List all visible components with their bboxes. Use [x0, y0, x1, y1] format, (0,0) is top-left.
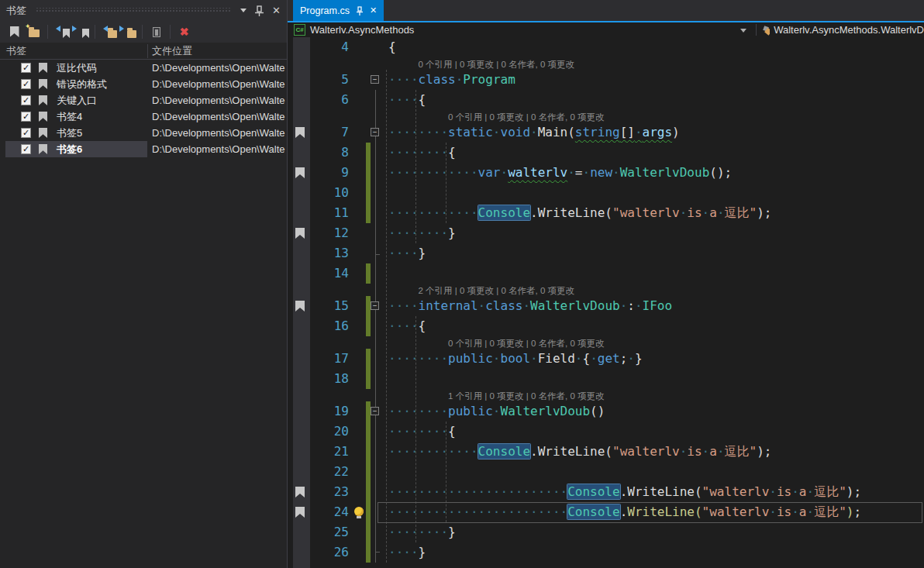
bookmark-checkbox[interactable]: ✓ — [21, 95, 31, 105]
fold-margin[interactable] — [371, 349, 385, 369]
fold-margin[interactable] — [371, 263, 385, 284]
column-header-bookmark[interactable]: 书签 — [0, 44, 26, 58]
fold-margin[interactable] — [371, 183, 385, 203]
fold-margin[interactable]: − — [371, 296, 385, 316]
fold-margin[interactable] — [371, 502, 385, 522]
fold-margin[interactable] — [371, 163, 385, 183]
indicator-margin[interactable] — [288, 442, 310, 462]
code-text[interactable]: ····} — [385, 542, 924, 563]
codelens-indicator[interactable]: 2 个引用 | 0 项更改 | 0 名作者, 0 项更改 — [288, 284, 924, 296]
indicator-margin[interactable] — [288, 122, 310, 143]
code-text[interactable]: ························Console.WriteLin… — [385, 502, 924, 522]
indicator-margin[interactable] — [288, 243, 310, 263]
new-bookmark-folder-button[interactable]: ✦ — [24, 22, 43, 41]
window-position-icon[interactable] — [240, 9, 247, 15]
bookmark-checkbox[interactable]: ✓ — [21, 144, 31, 154]
fold-collapse-icon[interactable]: − — [371, 75, 379, 84]
fold-collapse-icon[interactable]: − — [371, 301, 379, 310]
codelens-indicator[interactable]: 1 个引用 | 0 项更改 | 0 名作者, 0 项更改 — [288, 389, 924, 401]
fold-margin[interactable] — [371, 316, 385, 336]
code-text[interactable]: ····class·Program — [385, 70, 924, 90]
indicator-margin[interactable] — [288, 522, 310, 542]
fold-margin[interactable]: − — [371, 401, 385, 422]
panel-titlebar[interactable]: 书签 ✕ — [0, 0, 287, 21]
bookmark-row[interactable]: ✓逗比代码D:\Developments\Open\Walte — [0, 60, 287, 76]
code-text[interactable] — [385, 462, 924, 482]
disable-all-bookmarks-button[interactable] — [147, 22, 166, 41]
close-icon[interactable]: ✕ — [272, 5, 281, 15]
tab-program-cs[interactable]: Program.cs ✕ — [293, 0, 384, 21]
fold-margin[interactable] — [371, 522, 385, 542]
codelens-indicator[interactable]: 0 个引用 | 0 项更改 | 0 名作者, 0 项更改 — [288, 110, 924, 122]
lightbulb-icon[interactable] — [354, 507, 364, 516]
bookmark-checkbox[interactable]: ✓ — [21, 112, 31, 122]
fold-margin[interactable] — [371, 542, 385, 563]
bookmark-checkbox[interactable]: ✓ — [21, 79, 31, 89]
indicator-margin[interactable] — [288, 90, 310, 110]
indicator-margin[interactable] — [288, 502, 310, 522]
bookmark-checkbox[interactable]: ✓ — [21, 128, 31, 138]
fold-margin[interactable]: − — [371, 122, 385, 143]
previous-bookmark-in-folder-button[interactable] — [99, 22, 119, 41]
code-area[interactable]: 4{ 0 个引用 | 0 项更改 | 0 名作者, 0 项更改5−····cla… — [288, 37, 924, 568]
code-text[interactable]: ····} — [385, 243, 924, 263]
members-dropdown[interactable]: Walterlv.AsyncMethods.WalterlvD — [757, 24, 924, 36]
code-text[interactable] — [385, 369, 924, 389]
indicator-margin[interactable] — [288, 349, 310, 369]
indicator-margin[interactable] — [288, 296, 310, 316]
fold-margin[interactable] — [371, 422, 385, 442]
types-dropdown[interactable]: C# Walterlv.AsyncMethods — [288, 24, 756, 36]
fold-margin[interactable] — [371, 462, 385, 482]
indicator-margin[interactable] — [288, 462, 310, 482]
bookmark-row[interactable]: ✓书签5D:\Developments\Open\Walte — [0, 125, 287, 141]
indicator-margin[interactable] — [288, 163, 310, 183]
indicator-margin[interactable] — [288, 223, 310, 243]
indicator-margin[interactable] — [288, 263, 310, 284]
code-text[interactable] — [385, 263, 924, 284]
code-text[interactable]: ············var·walterlv·=·new·WalterlvD… — [385, 163, 924, 183]
fold-margin[interactable] — [371, 37, 385, 57]
fold-margin[interactable] — [371, 243, 385, 263]
indicator-margin[interactable] — [288, 203, 310, 223]
fold-collapse-icon[interactable]: − — [371, 407, 379, 415]
fold-collapse-icon[interactable]: − — [371, 128, 379, 136]
code-text[interactable]: ········{ — [385, 143, 924, 163]
code-text[interactable]: ········public·bool·Field·{·get;·} — [385, 349, 924, 369]
indicator-margin[interactable] — [288, 70, 310, 90]
indicator-margin[interactable] — [288, 37, 310, 57]
indicator-margin[interactable] — [288, 316, 310, 336]
previous-bookmark-button[interactable] — [52, 22, 71, 41]
code-text[interactable] — [385, 183, 924, 203]
code-text[interactable]: ········public·WalterlvDoub() — [385, 401, 924, 422]
bookmark-row[interactable]: ✓错误的格式D:\Developments\Open\Walte — [0, 76, 287, 92]
fold-margin[interactable]: − — [371, 70, 385, 90]
indicator-margin[interactable] — [288, 369, 310, 389]
drag-grip[interactable] — [36, 8, 231, 13]
pin-icon[interactable] — [254, 5, 264, 16]
next-bookmark-button[interactable] — [71, 22, 91, 41]
code-text[interactable]: { — [385, 37, 924, 57]
code-text[interactable]: ····{ — [385, 90, 924, 110]
fold-margin[interactable] — [371, 90, 385, 110]
indicator-margin[interactable] — [288, 183, 310, 203]
column-divider[interactable] — [147, 44, 148, 58]
code-text[interactable]: ············Console.WriteLine("walterlv·… — [385, 203, 924, 223]
bookmark-row[interactable]: ✓书签4D:\Developments\Open\Walte — [0, 108, 287, 125]
codelens-indicator[interactable]: 0 个引用 | 0 项更改 | 0 名作者, 0 项更改 — [288, 336, 924, 349]
fold-margin[interactable] — [371, 143, 385, 163]
fold-margin[interactable] — [371, 442, 385, 462]
tab-pin-icon[interactable] — [356, 6, 364, 15]
code-text[interactable]: ············Console.WriteLine("walterlv·… — [385, 442, 924, 462]
toggle-bookmark-button[interactable] — [5, 22, 24, 41]
code-text[interactable]: ························Console.WriteLin… — [385, 482, 924, 502]
fold-margin[interactable] — [371, 482, 385, 502]
code-text[interactable]: ········} — [385, 522, 924, 542]
next-bookmark-in-folder-button[interactable] — [119, 22, 138, 41]
indicator-margin[interactable] — [288, 542, 310, 563]
codelens-indicator[interactable]: 0 个引用 | 0 项更改 | 0 名作者, 0 项更改 — [288, 57, 924, 70]
fold-margin[interactable] — [371, 203, 385, 223]
fold-margin[interactable] — [371, 223, 385, 243]
code-text[interactable]: ····{ — [385, 316, 924, 336]
delete-bookmark-button[interactable]: ✖ — [174, 22, 194, 41]
indicator-margin[interactable] — [288, 401, 310, 422]
